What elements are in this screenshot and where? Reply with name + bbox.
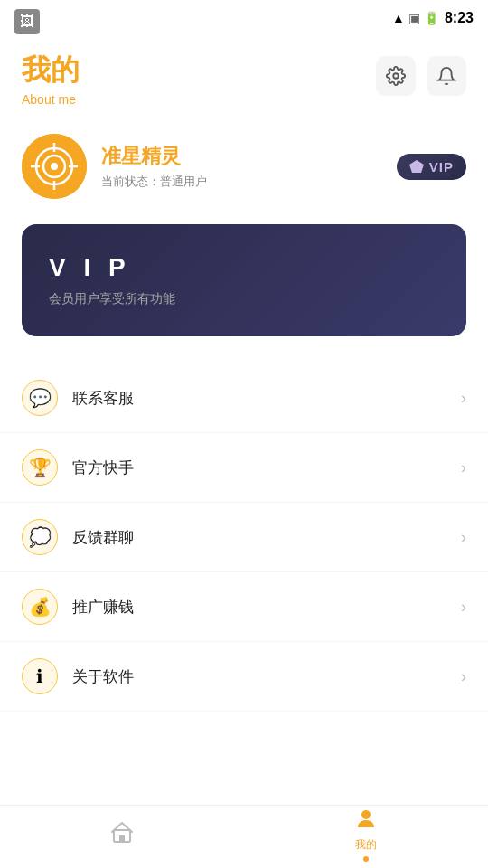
menu-icon-contact: 💬 (22, 380, 58, 416)
menu-item-official[interactable]: 🏆 官方快手 › (0, 433, 488, 503)
vip-badge[interactable]: VIP (397, 154, 466, 180)
nav-active-dot (363, 856, 369, 862)
page-header: 我的 About me (0, 36, 488, 116)
menu-label-feedback: 反馈群聊 (72, 527, 461, 548)
notification-button[interactable] (427, 56, 466, 96)
menu-item-about[interactable]: ℹ 关于软件 › (0, 642, 488, 712)
profile-info: 准星精灵 当前状态：普通用户 (101, 143, 207, 190)
page-subtitle: About me (22, 92, 80, 107)
page-title: 我的 (22, 51, 80, 90)
status-time: 8:23 (445, 10, 474, 26)
wifi-icon: ▲ (392, 11, 405, 25)
menu-item-contact[interactable]: 💬 联系客服 › (0, 363, 488, 433)
vip-diamond-icon (409, 160, 424, 173)
menu-item-promote[interactable]: 💰 推广赚钱 › (0, 572, 488, 642)
vip-card[interactable]: V I P 会员用户享受所有功能 (22, 224, 466, 336)
menu-arrow-about: › (461, 667, 466, 686)
profile-status: 当前状态：普通用户 (101, 174, 207, 190)
menu-icon-feedback: 💭 (22, 519, 58, 555)
settings-button[interactable] (376, 56, 416, 96)
menu-label-promote: 推广赚钱 (72, 597, 461, 618)
nav-item-home[interactable] (0, 820, 244, 854)
svg-marker-9 (409, 160, 424, 173)
menu-arrow-feedback: › (461, 528, 466, 547)
menu-label-official: 官方快手 (72, 458, 461, 478)
vip-card-description: 会员用户享受所有功能 (49, 291, 439, 307)
menu-icon-promote: 💰 (22, 589, 58, 625)
bottom-nav: 我的 (0, 805, 488, 868)
profile-name: 准星精灵 (101, 143, 207, 170)
menu-arrow-promote: › (461, 598, 466, 617)
nav-item-mine[interactable]: 我的 (244, 807, 488, 867)
status-bar: 🖼 ▲ ▣ 🔋 8:23 (0, 0, 488, 36)
avatar (22, 134, 87, 199)
menu-arrow-official: › (461, 458, 466, 477)
menu-label-contact: 联系客服 (72, 388, 461, 409)
menu-arrow-contact: › (461, 389, 466, 408)
header-actions (376, 56, 466, 96)
mine-icon (354, 807, 378, 835)
photo-icon: 🖼 (14, 9, 40, 34)
menu-icon-official: 🏆 (22, 449, 58, 486)
menu-label-about: 关于软件 (72, 666, 461, 687)
home-icon (110, 820, 134, 849)
profile-left: 准星精灵 当前状态：普通用户 (22, 134, 207, 199)
profile-section: 准星精灵 当前状态：普通用户 VIP (0, 116, 488, 217)
menu-icon-about: ℹ (22, 658, 58, 694)
battery-icon: 🔋 (424, 11, 439, 25)
svg-rect-11 (119, 835, 125, 842)
vip-card-title: V I P (49, 253, 439, 282)
status-icons: ▲ ▣ 🔋 (392, 11, 439, 25)
menu-item-feedback[interactable]: 💭 反馈群聊 › (0, 503, 488, 572)
nav-mine-label: 我的 (355, 837, 377, 853)
menu-list: 💬 联系客服 › 🏆 官方快手 › 💭 反馈群聊 › 💰 推广赚钱 › ℹ 关于… (0, 354, 488, 721)
signal-icon: ▣ (408, 11, 420, 25)
svg-point-12 (361, 810, 371, 819)
svg-point-0 (393, 73, 399, 79)
header-title-block: 我的 About me (22, 51, 80, 107)
svg-point-4 (51, 163, 58, 170)
vip-badge-text: VIP (429, 159, 454, 175)
